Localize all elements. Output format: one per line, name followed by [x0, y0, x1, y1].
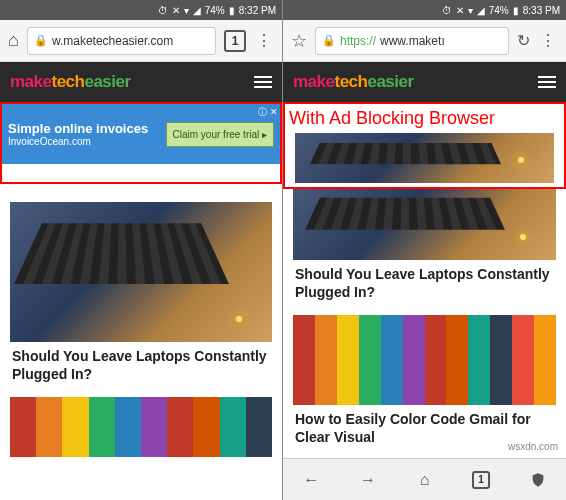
left-phone: ⏱ ✕ ▾ ◢ 74% ▮ 8:32 PM ⌂ 🔒 w.maketecheasi… [0, 0, 283, 500]
status-bar: ⏱ ✕ ▾ ◢ 74% ▮ 8:32 PM [0, 0, 282, 20]
url-field[interactable]: 🔒 https://www.maketı [315, 27, 509, 55]
ad-cta-button[interactable]: Claim your free trial ▸ [166, 122, 274, 147]
wifi-icon: ▾ [184, 5, 189, 16]
battery-icon: ▮ [513, 5, 519, 16]
signal-icon: ◢ [477, 5, 485, 16]
browser-toolbar: ☆ 🔒 https://www.maketı ↻ ⋮ [283, 20, 566, 62]
clock: 8:33 PM [523, 5, 560, 16]
browser-toolbar: ⌂ 🔒 w.maketecheasier.com 1 ⋮ [0, 20, 282, 62]
battery-icon: ▮ [229, 5, 235, 16]
ad-close-icon[interactable]: ⓘ ✕ [258, 106, 278, 119]
clock: 8:32 PM [239, 5, 276, 16]
ad-highlight: Simple online invoices InvoiceOcean.com … [0, 102, 282, 184]
right-phone: ⏱ ✕ ▾ ◢ 74% ▮ 8:33 PM ☆ 🔒 https://www.ma… [283, 0, 566, 500]
lock-icon: 🔒 [34, 34, 48, 47]
status-bar: ⏱ ✕ ▾ ◢ 74% ▮ 8:33 PM [283, 0, 566, 20]
adblock-highlight: With Ad Blocking Browser [283, 102, 566, 189]
url-text: www.maketı [380, 34, 445, 48]
back-button[interactable]: ← [291, 460, 331, 500]
signal-icon: ◢ [193, 5, 201, 16]
shield-button[interactable] [518, 460, 558, 500]
tabs-button[interactable]: 1 [461, 460, 501, 500]
shield-icon [530, 472, 546, 488]
hamburger-icon[interactable] [254, 76, 272, 88]
mute-icon: ✕ [456, 5, 464, 16]
tabs-button[interactable]: 1 [224, 30, 246, 52]
site-header: maketecheasier [0, 62, 282, 102]
ad-banner[interactable]: Simple online invoices InvoiceOcean.com … [2, 104, 280, 164]
site-header: maketecheasier [283, 62, 566, 102]
home-icon[interactable]: ⌂ [8, 30, 19, 51]
url-field[interactable]: 🔒 w.maketecheasier.com [27, 27, 216, 55]
ad-headline: Simple online invoices [8, 121, 148, 136]
site-logo[interactable]: maketecheasier [10, 72, 131, 92]
mute-icon: ✕ [172, 5, 180, 16]
article-card[interactable]: How to Easily Color Code Gmail for Clear… [293, 315, 556, 452]
home-button[interactable]: ⌂ [404, 460, 444, 500]
hamburger-icon[interactable] [538, 76, 556, 88]
article-image [293, 189, 556, 260]
battery-text: 74% [205, 5, 225, 16]
article-card[interactable]: Should You Leave Laptops Constantly Plug… [10, 202, 272, 389]
ad-publisher: InvoiceOcean.com [8, 136, 148, 147]
watermark: wsxdn.com [508, 441, 558, 452]
content-area[interactable]: Should You Leave Laptops Constantly Plug… [0, 184, 282, 500]
content-area[interactable]: Should You Leave Laptops Constantly Plug… [283, 189, 566, 458]
article-image [10, 202, 272, 342]
article-image [10, 397, 272, 457]
menu-button[interactable]: ⋮ [538, 31, 558, 50]
article-title: Should You Leave Laptops Constantly Plug… [10, 342, 272, 389]
url-protocol: https:// [340, 34, 376, 48]
article-card[interactable]: Should You Leave Laptops Constantly Plug… [293, 189, 556, 307]
lock-icon: 🔒 [322, 34, 336, 47]
overlay-label: With Ad Blocking Browser [285, 104, 564, 133]
wifi-icon: ▾ [468, 5, 473, 16]
bottom-nav: ← → ⌂ 1 [283, 458, 566, 500]
article-title: Should You Leave Laptops Constantly Plug… [293, 260, 556, 307]
forward-button[interactable]: → [348, 460, 388, 500]
battery-text: 74% [489, 5, 509, 16]
alarm-icon: ⏱ [158, 5, 168, 16]
menu-button[interactable]: ⋮ [254, 31, 274, 50]
bookmark-icon[interactable]: ☆ [291, 30, 307, 52]
site-logo[interactable]: maketecheasier [293, 72, 414, 92]
alarm-icon: ⏱ [442, 5, 452, 16]
reload-icon[interactable]: ↻ [517, 31, 530, 50]
article-image [293, 315, 556, 405]
url-text: w.maketecheasier.com [52, 34, 173, 48]
article-image-peek [295, 133, 554, 183]
article-card[interactable] [10, 397, 272, 457]
